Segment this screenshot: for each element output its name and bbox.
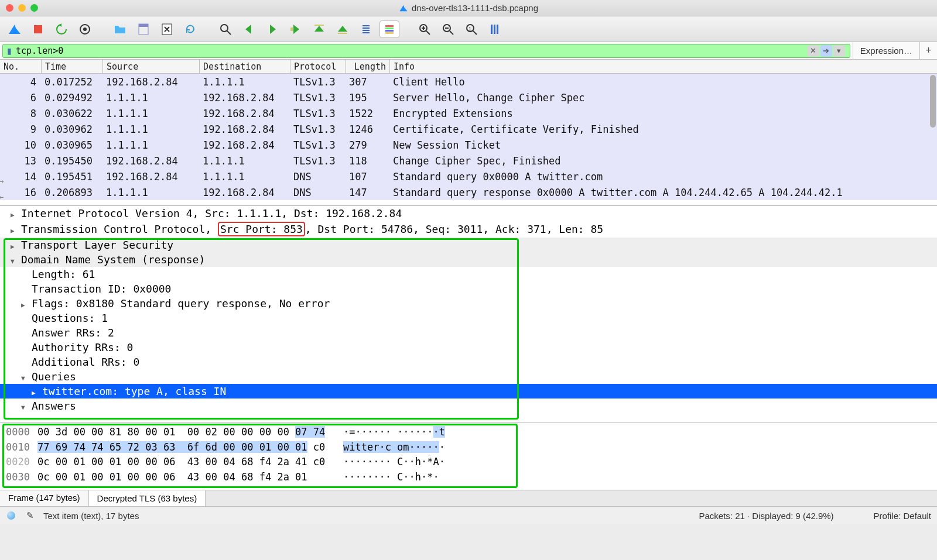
go-back-button[interactable]: [239, 20, 259, 38]
detail-dns-questions[interactable]: Questions: 1: [0, 311, 937, 325]
detail-dns-queries[interactable]: Queries: [0, 369, 937, 384]
packet-row[interactable]: 100.0309651.1.1.1192.168.2.84TLSv1.3279N…: [0, 137, 937, 153]
status-profile[interactable]: Profile: Default: [874, 511, 931, 521]
svg-rect-10: [338, 33, 347, 34]
window-controls: [6, 4, 38, 12]
go-last-button[interactable]: [333, 20, 353, 38]
hex-row[interactable]: 000000 3d 00 00 81 80 00 01 00 02 00 00 …: [6, 425, 931, 440]
minimize-icon[interactable]: [18, 4, 26, 12]
zoom-in-button[interactable]: [415, 20, 435, 38]
go-to-packet-button[interactable]: [286, 20, 306, 38]
hex-row[interactable]: 001077 69 74 74 65 72 03 63 6f 6d 00 00 …: [6, 440, 931, 455]
save-file-button[interactable]: [134, 20, 153, 38]
go-first-button[interactable]: [309, 20, 329, 38]
edit-preferences-icon[interactable]: ✎: [25, 510, 35, 521]
svg-rect-9: [314, 25, 324, 26]
detail-tls[interactable]: Transport Layer Security: [0, 238, 937, 252]
detail-dns-auth-rrs[interactable]: Authority RRs: 0: [0, 340, 937, 355]
detail-dns-flags[interactable]: Flags: 0x8180 Standard query response, N…: [0, 296, 937, 311]
packet-row[interactable]: 90.0309621.1.1.1192.168.2.84TLSv1.31246C…: [0, 121, 937, 137]
svg-line-7: [227, 31, 231, 35]
auto-scroll-button[interactable]: [356, 20, 376, 38]
detail-dns-answer-rrs[interactable]: Answer RRs: 2: [0, 325, 937, 340]
detail-dns-answers[interactable]: Answers: [0, 398, 937, 413]
detail-ip[interactable]: Internet Protocol Version 4, Src: 1.1.1.…: [0, 206, 937, 221]
col-dst[interactable]: Destination: [199, 60, 290, 73]
packet-details-pane[interactable]: Internet Protocol Version 4, Src: 1.1.1.…: [0, 206, 937, 422]
maximize-icon[interactable]: [30, 4, 38, 12]
expression-button[interactable]: Expression…: [853, 42, 919, 59]
col-len[interactable]: Length: [346, 60, 389, 73]
svg-point-2: [83, 28, 87, 31]
svg-rect-29: [491, 25, 493, 34]
packet-list[interactable]: 40.017252192.168.2.841.1.1.1TLSv1.3307Cl…: [0, 74, 937, 206]
tab-decrypted-tls[interactable]: Decrypted TLS (63 bytes): [89, 490, 206, 506]
resize-columns-button[interactable]: [485, 20, 505, 38]
detail-dns[interactable]: Domain Name System (response): [0, 252, 937, 267]
svg-rect-17: [385, 30, 394, 32]
packet-row[interactable]: 140.195451192.168.2.841.1.1.1DNS107Stand…: [0, 169, 937, 184]
svg-rect-16: [385, 28, 394, 29]
bookmark-icon[interactable]: ▮: [5, 46, 13, 56]
svg-rect-13: [363, 30, 370, 31]
close-icon[interactable]: [6, 4, 13, 12]
hex-row[interactable]: 00200c 00 01 00 01 00 00 06 43 00 04 68 …: [6, 455, 931, 470]
packet-row[interactable]: 40.017252192.168.2.841.1.1.1TLSv1.3307Cl…: [0, 74, 937, 90]
col-time[interactable]: Time: [41, 60, 102, 73]
stop-capture-button[interactable]: [28, 20, 48, 38]
col-info[interactable]: Info: [389, 60, 937, 73]
col-proto[interactable]: Protocol: [290, 60, 346, 73]
svg-line-24: [450, 31, 453, 35]
bytes-tabs: Frame (147 bytes) Decrypted TLS (63 byte…: [0, 490, 937, 507]
svg-rect-30: [494, 25, 495, 34]
detail-dns-query-item[interactable]: twitter.com: type A, class IN: [0, 384, 937, 398]
tab-frame[interactable]: Frame (147 bytes): [0, 490, 89, 506]
svg-rect-4: [139, 24, 148, 27]
expert-info-icon[interactable]: [6, 510, 16, 521]
packet-row[interactable]: 60.0294921.1.1.1192.168.2.84TLSv1.3195Se…: [0, 90, 937, 105]
window-title: dns-over-tls13-1111-dsb.pcapng: [412, 3, 538, 13]
main-toolbar: 1: [0, 16, 937, 42]
zoom-reset-button[interactable]: 1: [461, 20, 481, 38]
display-filter-field[interactable]: ▮ ✕ ➔ ▾: [2, 44, 850, 58]
svg-line-20: [426, 31, 430, 35]
related-in-icon: ←: [0, 192, 4, 201]
status-item-text: Text item (text), 17 bytes: [43, 511, 139, 521]
detail-tcp[interactable]: Transmission Control Protocol, Src Port:…: [0, 221, 937, 238]
status-packet-counts: Packets: 21 · Displayed: 9 (42.9%): [699, 511, 833, 521]
packet-bytes-pane[interactable]: 000000 3d 00 00 81 80 00 01 00 02 00 00 …: [0, 422, 937, 490]
hex-row[interactable]: 00300c 00 01 00 01 00 00 06 43 00 04 68 …: [6, 470, 931, 485]
detail-dns-length[interactable]: Length: 61: [0, 267, 937, 281]
svg-rect-14: [363, 32, 370, 33]
wireshark-logo-icon[interactable]: [5, 20, 25, 38]
go-forward-button[interactable]: [262, 20, 282, 38]
close-file-button[interactable]: [157, 20, 177, 38]
col-src[interactable]: Source: [102, 60, 199, 73]
detail-dns-txid[interactable]: Transaction ID: 0x0000: [0, 281, 937, 296]
svg-rect-0: [34, 25, 42, 33]
open-file-button[interactable]: [110, 20, 130, 38]
colorize-button[interactable]: [379, 20, 399, 38]
packet-row[interactable]: 80.0306221.1.1.1192.168.2.84TLSv1.31522E…: [0, 105, 937, 121]
scrollbar-thumb[interactable]: [930, 75, 936, 128]
options-button[interactable]: [75, 20, 95, 38]
reload-button[interactable]: [180, 20, 200, 38]
packet-row[interactable]: 160.2068931.1.1.1192.168.2.84DNS147Stand…: [0, 184, 937, 200]
detail-dns-add-rrs[interactable]: Additional RRs: 0: [0, 355, 937, 369]
packet-row[interactable]: 130.195450192.168.2.841.1.1.1TLSv1.3118C…: [0, 153, 937, 169]
svg-rect-18: [385, 32, 394, 34]
find-button[interactable]: [216, 20, 235, 38]
packet-list-header[interactable]: No. Time Source Destination Protocol Len…: [0, 60, 937, 74]
apply-filter-icon[interactable]: ➔: [820, 45, 832, 57]
col-no[interactable]: No.: [0, 60, 41, 73]
clear-filter-icon[interactable]: ✕: [808, 45, 819, 57]
svg-rect-11: [363, 25, 370, 26]
add-filter-button[interactable]: +: [919, 42, 937, 59]
zoom-out-button[interactable]: [438, 20, 458, 38]
restart-capture-button[interactable]: [52, 20, 71, 38]
filter-history-icon[interactable]: ▾: [833, 45, 845, 57]
display-filter-input[interactable]: [16, 46, 808, 56]
svg-text:1: 1: [468, 26, 471, 32]
display-filter-bar: ▮ ✕ ➔ ▾ Expression… +: [0, 42, 937, 60]
wireshark-fin-icon: [399, 4, 408, 13]
